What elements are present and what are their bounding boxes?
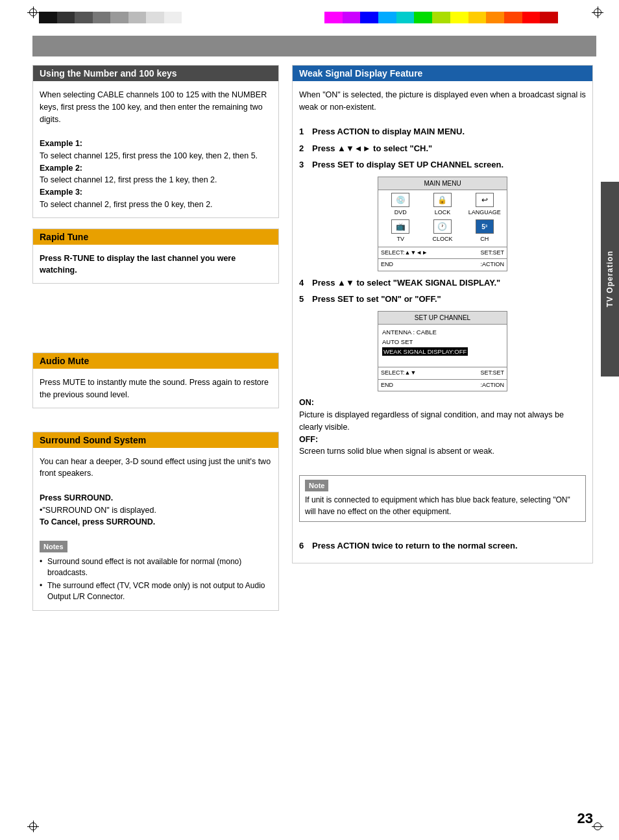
step4-text: Press ▲▼ to select "WEAK SIGNAL DISPLAY.… [312,277,500,290]
example1-label: Example 1: [40,139,82,148]
surround-body: You can hear a deeper, 3-D sound effect … [40,456,272,480]
note-label: Note [305,480,328,492]
example1-text: To select channel 125, first press the 1… [40,151,258,160]
section-audio-mute: Audio Mute Press MUTE to instantly mute … [32,352,279,408]
menu-icon-tv: 📺 TV [381,219,420,244]
step5: 5 Press SET to set "ON" or "OFF." [299,293,586,306]
number-keys-body: When selecting CABLE channels 100 to 125… [40,89,272,125]
setup-line1: ANTENNA : CABLE [382,327,503,337]
menu-icon-ch: 5³ CH [465,219,504,244]
off-label: OFF: [299,435,318,444]
section-weak-signal-title: Weak Signal Display Feature [293,66,592,81]
step3-text: Press SET to display SET UP CHANNEL scre… [312,158,504,171]
main-menu-footer: SELECT:▲▼◄► SET:SET [378,247,507,259]
right-color-bar [324,12,558,23]
main-menu-footer2: END :ACTION [378,258,507,271]
setup-content: ANTENNA : CABLE AUTO SET WEAK SIGNAL DIS… [378,325,507,367]
setup-line2: AUTO SET [382,337,503,347]
surround-note2: The surround effect (TV, VCR mode only) … [40,580,272,602]
step4: 4 Press ▲▼ to select "WEAK SIGNAL DISPLA… [299,277,586,290]
section-surround-content: You can hear a deeper, 3-D sound effect … [33,453,278,611]
note-text: If unit is connected to equipment which … [305,494,580,517]
surround-notes-list: Surround sound effect is not available f… [40,556,272,602]
step1-text: Press ACTION to display MAIN MENU. [312,125,465,138]
setup-diagram: SET UP CHANNEL ANTENNA : CABLE AUTO SET … [378,311,507,392]
audio-mute-body: Press MUTE to instantly mute the sound. … [40,377,272,401]
section-surround-title: Surround Sound System [33,432,278,448]
page-number: 23 [577,810,593,827]
section-surround: Surround Sound System You can hear a dee… [32,432,279,611]
gray-header-bar [32,36,596,56]
surround-on-text: •"SURROUND ON" is displayed. [40,504,272,517]
example2-text: To select channel 12, first press the 1 … [40,175,217,184]
menu-icon-clock: 🕐 CLOCK [423,219,463,244]
step6: 6 Press ACTION twice to return to the no… [299,539,586,552]
menu-icon-dvd: 💿 DVD [381,193,420,217]
step5-text: Press SET to set "ON" or "OFF." [312,293,441,306]
example3-label: Example 3: [40,188,82,197]
setup-action: :ACTION [480,381,504,390]
side-tab: TV Operation [601,182,619,377]
section-number-keys-content: When selecting CABLE channels 100 to 125… [33,86,278,217]
step1: 1 Press ACTION to display MAIN MENU. [299,125,586,138]
setup-end: END [381,381,393,390]
section-number-keys: Using the Number and 100 keys When selec… [32,65,279,218]
on-label: ON: [299,398,314,407]
weak-signal-intro: When "ON" is selected, the picture is di… [299,89,586,114]
main-menu-set: SET:SET [480,249,504,258]
step2-text: Press ▲▼◄► to select "CH." [312,142,432,155]
on-text: Picture is displayed regardless of signa… [299,410,564,432]
step6-text: Press ACTION twice to return to the norm… [312,539,518,552]
setup-line3: WEAK SIGNAL DISPLAY:OFF [382,347,468,356]
step2: 2 Press ▲▼◄► to select "CH." [299,142,586,155]
main-menu-select: SELECT:▲▼◄► [381,249,428,258]
setup-select: SELECT:▲▼ [381,369,416,378]
surround-notes-label: Notes [40,541,67,553]
surround-press-label: Press SURROUND. [40,492,272,504]
main-menu-icons: 💿 DVD 🔒 LOCK ↩ LANGUAGE [378,190,507,247]
main-menu-end: END [381,260,393,269]
setup-set: SET:SET [480,369,504,378]
left-color-bar [39,12,182,23]
main-menu-title: MAIN MENU [378,177,507,190]
main-menu-diagram: MAIN MENU 💿 DVD 🔒 LOCK ↩ [378,177,507,271]
section-rapid-tune-title: Rapid Tune [33,229,278,245]
rapid-tune-body: Press R-TUNE to display the last channel… [40,253,272,277]
side-tab-label: TV Operation [605,251,614,307]
section-rapid-tune-content: Press R-TUNE to display the last channel… [33,250,278,284]
menu-icon-lock: 🔒 LOCK [423,193,463,217]
step3: 3 Press SET to display SET UP CHANNEL sc… [299,158,586,171]
setup-title: SET UP CHANNEL [378,312,507,325]
section-weak-signal-content: When "ON" is selected, the picture is di… [293,86,592,563]
section-number-keys-title: Using the Number and 100 keys [33,66,278,81]
setup-footer2: END :ACTION [378,379,507,391]
section-rapid-tune: Rapid Tune Press R-TUNE to display the l… [32,229,279,284]
surround-notes-box: Notes Surround sound effect is not avail… [40,541,272,602]
surround-cancel-label: To Cancel, press SURROUND. [40,516,272,528]
example2-label: Example 2: [40,164,82,173]
main-menu-action: :ACTION [480,260,504,269]
section-weak-signal: Weak Signal Display Feature When "ON" is… [292,65,593,563]
setup-footer1: SELECT:▲▼ SET:SET [378,367,507,379]
weak-signal-note-box: Note If unit is connected to equipment w… [299,475,586,523]
surround-note1: Surround sound effect is not available f… [40,556,272,578]
section-audio-mute-title: Audio Mute [33,353,278,369]
off-text: Screen turns solid blue when signal is a… [299,447,494,456]
example3-text: To select channel 2, first press the 0 k… [40,200,213,209]
section-audio-mute-content: Press MUTE to instantly mute the sound. … [33,374,278,408]
menu-icon-language: ↩ LANGUAGE [465,193,504,217]
